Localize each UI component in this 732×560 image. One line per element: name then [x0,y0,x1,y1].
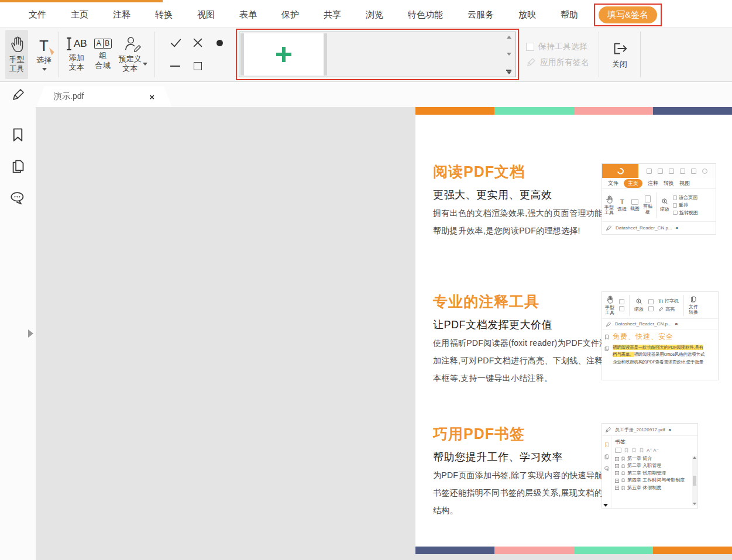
combine-field-button[interactable]: AB 组 合域 [91,30,115,79]
combine-field-icon: AB [94,39,112,49]
toolbar-divider [599,32,599,77]
pages-panel-icon[interactable] [10,159,26,174]
menu-item-file[interactable]: 文件 [16,2,59,27]
hand-icon [9,35,25,53]
mini-toolbar: 手型 工具 缩放 TI打字机 高亮 文件 转换 [602,292,718,319]
section3-body: 为PDF页面添加书签,除了实现内容的快速导航, 书签还能指明不同书签的层级关系,… [433,466,606,519]
chevron-down-icon [42,68,47,71]
page-bottom-stripe [415,547,732,554]
pencil-icon [526,57,536,67]
foxit-reader-window: 文件 主页 注释 转换 视图 表单 保护 共享 浏览 特色功能 云服务 放映 帮… [0,0,732,560]
add-text-label: 添加 文本 [69,53,84,73]
apply-all-signatures-option[interactable]: 应用所有签名 [526,57,589,68]
comments-panel-icon[interactable] [9,190,26,206]
keep-tool-checkbox[interactable] [526,43,534,51]
exit-icon [611,40,628,57]
mini-panel-icons: A⁺ A⁻ [615,448,696,453]
hand-tool-button[interactable]: 手型 工具 [5,30,28,79]
bookmarks-panel-icon[interactable] [10,127,26,143]
mini-doc-tab: Datasheet_Reader_CN.p... × [602,319,718,329]
person-pencil-icon [123,36,142,52]
ribbon-menubar: 文件 主页 注释 转换 视图 表单 保护 共享 浏览 特色功能 云服务 放映 帮… [0,2,732,27]
combine-field-label: 组 合域 [95,51,111,70]
signature-gallery-empty [328,32,503,77]
keep-tool-label: 保持工具选择 [538,42,587,52]
signature-gallery [239,32,516,77]
menu-item-convert[interactable]: 转换 [143,2,185,27]
predefined-text-label: 预定义 文本 [119,54,147,74]
select-cursor-icon: T [39,38,49,53]
pencil-icon[interactable] [11,88,25,102]
menu-item-browse[interactable]: 浏览 [353,2,396,27]
mini-scrollbar [692,456,697,506]
menu-item-share[interactable]: 共享 [311,2,353,27]
section3-subheading: 帮助您提升工作、学习效率 [433,450,563,464]
menu-item-cloud[interactable]: 云服务 [455,2,506,27]
scroll-up-icon[interactable] [507,36,511,39]
menu-item-help[interactable]: 帮助 [548,2,590,27]
menu-item-home[interactable]: 主页 [59,2,101,27]
mini-content-heading: 免费、快速、安全 [613,332,716,342]
mini-sidebar [602,436,612,508]
mini-screenshot-reader: 文件 主页 注释 转换 视图 手型 工具 T选择 截图 剪贴 板 缩放 [602,163,716,235]
stamp-group [164,31,231,78]
section2-subheading: 让PDF文档发挥更大价值 [433,318,552,332]
section2-heading: 专业的注释工具 [433,292,539,311]
toolbar-divider [640,32,641,77]
menu-item-features[interactable]: 特色功能 [396,2,455,27]
section3-heading: 巧用PDF书签 [433,424,525,444]
menu-item-protect[interactable]: 保护 [269,2,311,27]
scroll-down-icon[interactable] [507,53,511,56]
mini-panel-title: 书签 [615,438,696,446]
predefined-text-button[interactable]: 预定义 文本 [115,30,151,79]
dot-stamp-button[interactable] [216,40,223,46]
check-stamp-button[interactable] [169,36,182,49]
keep-tool-selected-option[interactable]: 保持工具选择 [526,42,589,52]
section1-body: 拥有出色的文档渲染效果,强大的页面管理功能, 帮助提升效率,是您阅读PDF的理想… [433,204,605,239]
add-signature-card[interactable] [240,33,327,75]
gallery-more-button[interactable] [506,70,511,74]
line-stamp-button[interactable] [170,66,180,67]
menu-item-fill-sign[interactable]: 填写&签名 [599,6,657,23]
document-tab-bar: 演示.pdf × [0,83,732,107]
section1-heading: 阅读PDF文档 [433,162,525,181]
close-fill-sign-button[interactable]: 关闭 [603,30,637,79]
close-label: 关闭 [612,60,627,69]
document-canvas[interactable]: 阅读PDF文档 更强大、更实用、更高效 拥有出色的文档渲染效果,强大的页面管理功… [36,107,732,560]
main-area: 阅读PDF文档 更强大、更实用、更高效 拥有出色的文档渲染效果,强大的页面管理功… [0,107,732,560]
page-top-stripe [415,107,732,115]
cross-stamp-button[interactable] [191,36,204,49]
mini-screenshot-annotation: 手型 工具 缩放 TI打字机 高亮 文件 转换 [602,291,719,380]
signature-options-group: 保持工具选择 应用所有签名 [526,42,589,68]
menu-item-slideshow[interactable]: 放映 [506,2,548,27]
pdf-page: 阅读PDF文档 更强大、更实用、更高效 拥有出色的文档渲染效果,强大的页面管理功… [415,107,732,554]
mini-menu: 文件 主页 注释 转换 视图 [602,178,716,189]
document-tab[interactable]: 演示.pdf × [36,86,172,107]
menu-item-form[interactable]: 表单 [227,2,269,27]
mini-doc-tab: Datasheet_Reader_CN.p... × [602,222,716,233]
foxit-logo [602,164,638,178]
mini-screenshot-bookmarks: 员工手册_20120917.pdf × 书签 [602,423,698,509]
section1-subheading: 更强大、更实用、更高效 [433,188,552,202]
mini-quickbar-icons [638,164,716,178]
toolbar-divider [154,32,155,77]
signature-gallery-scroll [503,32,516,77]
square-stamp-button[interactable] [194,62,202,70]
highlighted-text: 福昕阅读器是一款功能强大的PDF阅读软件,具有 [613,345,703,350]
select-tool-button[interactable]: T 选择 [33,30,55,79]
section2-body: 使用福昕PDF阅读器(foxit reader)为PDF文件添 加注释,可对PD… [433,334,620,387]
signature-gallery-highlight-box [236,29,519,80]
fill-sign-highlight-box: 填写&签名 [594,4,662,26]
menu-item-view[interactable]: 视图 [185,2,227,27]
chevron-down-icon [143,63,147,66]
mini-toolbar: 手型 工具 T选择 截图 剪贴 板 缩放 适合页面 重排 旋转视图 [602,189,716,222]
add-text-icon: AB [66,37,87,51]
tab-rail [0,83,36,107]
menu-item-comment[interactable]: 注释 [101,2,143,27]
panel-expand-handle[interactable] [28,329,33,338]
tab-close-icon[interactable]: × [149,92,154,102]
toolbar-divider [59,32,59,77]
add-text-button[interactable]: AB 添加 文本 [63,30,91,79]
plus-icon [276,47,291,62]
mini-sidebar [602,329,611,366]
